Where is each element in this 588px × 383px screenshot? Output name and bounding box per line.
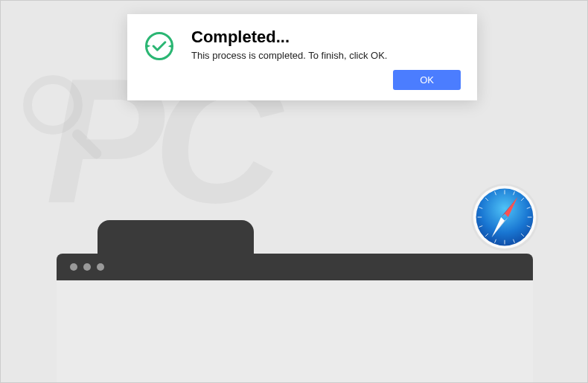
checkmark-refresh-icon xyxy=(144,30,175,62)
completion-dialog: Completed... This process is completed. … xyxy=(127,14,477,100)
safari-icon xyxy=(469,181,540,253)
watermark-magnify-icon xyxy=(23,75,112,164)
traffic-light-dot xyxy=(97,263,104,271)
dialog-actions: OK xyxy=(191,70,461,90)
browser-viewport xyxy=(57,280,533,383)
traffic-light-dot xyxy=(83,263,91,271)
dialog-message: This process is completed. To finish, cl… xyxy=(191,50,461,61)
dialog-content: Completed... This process is completed. … xyxy=(191,28,461,90)
svg-point-2 xyxy=(476,189,534,246)
browser-tab xyxy=(98,220,254,254)
ok-button[interactable]: OK xyxy=(393,70,461,90)
browser-titlebar xyxy=(57,254,533,280)
browser-window xyxy=(57,220,533,382)
browser-tab-bar xyxy=(57,220,533,254)
dialog-title: Completed... xyxy=(191,28,461,47)
svg-point-23 xyxy=(147,33,173,59)
traffic-light-dot xyxy=(70,263,77,271)
